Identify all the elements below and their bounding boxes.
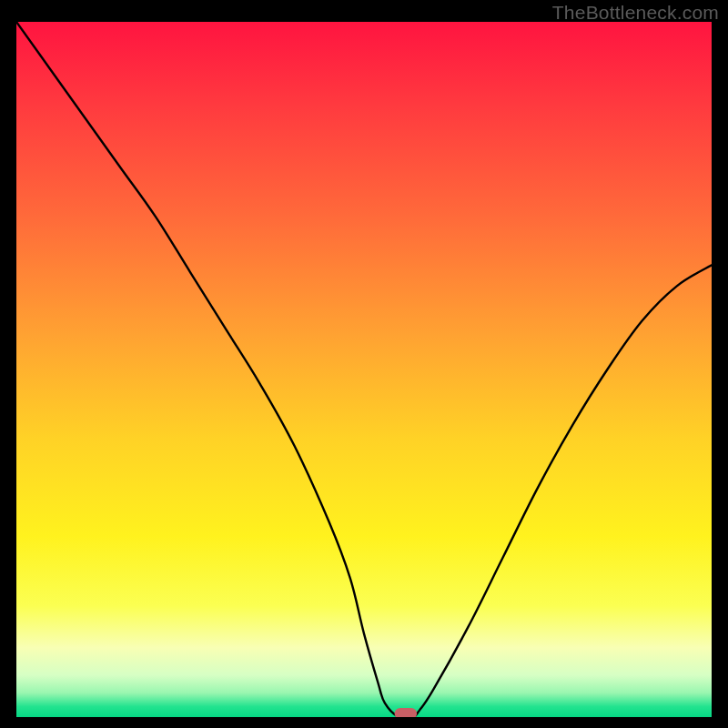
chart-svg xyxy=(16,22,712,717)
chart-frame: TheBottleneck.com xyxy=(0,0,728,728)
watermark-text: TheBottleneck.com xyxy=(552,2,719,24)
optimal-point-marker xyxy=(395,708,417,717)
bottleneck-chart xyxy=(16,22,712,717)
